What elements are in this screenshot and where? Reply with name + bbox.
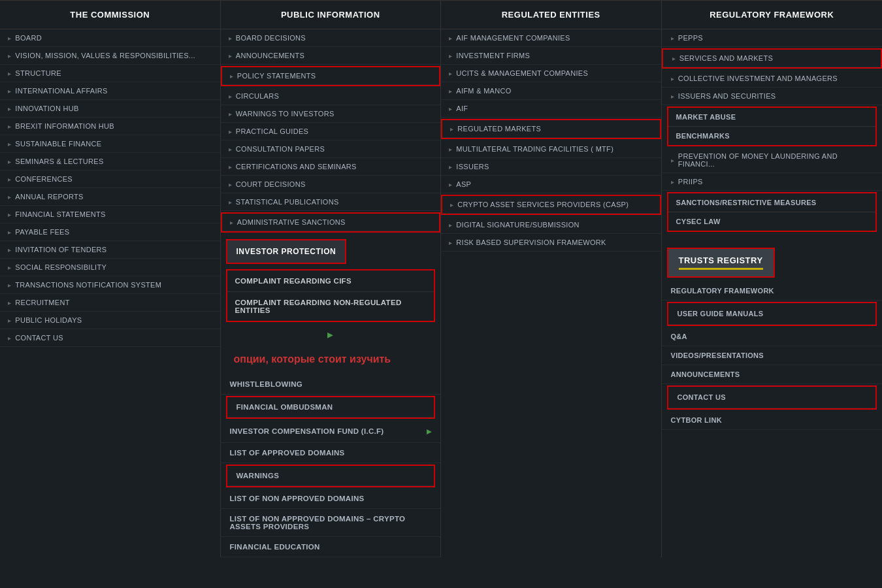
column-regulatory-framework: REGULATORY FRAMEWORK PEPPS SERVICES AND … bbox=[662, 1, 883, 557]
list-non-approved-item[interactable]: LIST OF NON APPROVED DOMAINS bbox=[221, 489, 441, 509]
nav-item-court-decisions[interactable]: COURT DECISIONS bbox=[221, 176, 441, 193]
trusts-registry-button[interactable]: TRUSTS REGISTRY bbox=[668, 249, 774, 276]
warnings-item[interactable]: WARNINGS bbox=[227, 466, 434, 486]
navigation-container: THE COMMISSION BOARD VISION, MISSION, VA… bbox=[0, 0, 882, 557]
nav-item-statistical-publications[interactable]: STATISTICAL PUBLICATIONS bbox=[221, 193, 441, 211]
nav-item-certifications[interactable]: CERTIFICATIONS AND SEMINARS bbox=[221, 158, 441, 176]
nav-item-circulars[interactable]: CIRCULARS bbox=[221, 88, 441, 105]
nav-item-announcements[interactable]: ANNOUNCEMENTS bbox=[221, 47, 441, 65]
column-header-regulated: REGULATED ENTITIES bbox=[441, 1, 661, 29]
commission-items-list: BOARD VISION, MISSION, VALUES & RESPONSI… bbox=[0, 29, 220, 347]
qna-item[interactable]: Q&A bbox=[662, 327, 883, 346]
column-header-commission: THE COMMISSION bbox=[0, 1, 220, 29]
nav-item-cysec-law[interactable]: CYSEC LAW bbox=[668, 212, 876, 231]
complaint-non-regulated-item[interactable]: COMPLAINT REGARDING NON-REGULATED ENTITI… bbox=[227, 292, 434, 321]
nav-item-payable-fees[interactable]: PAYABLE FEES bbox=[0, 223, 220, 241]
trusts-regulatory-framework-item[interactable]: REGULATORY FRAMEWORK bbox=[662, 282, 883, 301]
videos-presentations-item[interactable]: VIDEOS/PRESENTATIONS bbox=[662, 346, 883, 365]
nav-item-international-affairs[interactable]: INTERNATIONAL AFFAIRS bbox=[0, 82, 220, 100]
nav-item-practical-guides[interactable]: PRACTICAL GUIDES bbox=[221, 123, 441, 140]
nav-item-collective-investment[interactable]: COLLECTIVE INVESTMENT AND MANAGERS bbox=[662, 70, 883, 88]
nav-item-policy-statements[interactable]: POLICY STATEMENTS bbox=[222, 67, 440, 85]
financial-education-item[interactable]: FINANCIAL EDUCATION bbox=[221, 537, 441, 557]
nav-item-issuers-securities[interactable]: ISSUERS AND SECURITIES bbox=[662, 88, 883, 105]
nav-item-consultation-papers[interactable]: CONSULTATION PAPERS bbox=[221, 140, 441, 158]
user-guide-manuals-item[interactable]: USER GUIDE MANUALS bbox=[668, 303, 876, 325]
nav-item-board[interactable]: BOARD bbox=[0, 29, 220, 47]
cytbor-link-item[interactable]: CYTBOR LINK bbox=[662, 411, 883, 430]
nav-item-market-abuse[interactable]: MARKET ABUSE bbox=[668, 108, 876, 127]
nav-item-warnings-investors[interactable]: WARNINGS TO INVESTORS bbox=[221, 105, 441, 123]
contact-us-item[interactable]: CONTACT US bbox=[668, 387, 876, 408]
nav-item-risk-supervision[interactable]: RISK BASED SUPERVISION FRAMEWORK bbox=[441, 234, 661, 252]
whistleblowing-item[interactable]: WHISTLEBLOWING bbox=[221, 374, 441, 395]
nav-item-social-responsibility[interactable]: SOCIAL RESPONSIBILITY bbox=[0, 259, 220, 276]
nav-item-contact-us[interactable]: CONTACT US bbox=[0, 329, 220, 347]
nav-item-mtf[interactable]: MULTILATERAL TRADING FACILITIES ( MTF) bbox=[441, 140, 661, 158]
nav-item-digital-signature[interactable]: DIGITAL SIGNATURE/SUBMISSION bbox=[441, 216, 661, 234]
list-approved-domains-item[interactable]: LIST OF APPROVED DOMAINS bbox=[221, 443, 441, 463]
nav-item-public-holidays[interactable]: PUBLIC HOLIDAYS bbox=[0, 312, 220, 329]
nav-item-investment-firms[interactable]: INVESTMENT FIRMS bbox=[441, 47, 661, 65]
nav-item-financial-statements[interactable]: FINANCIAL STATEMENTS bbox=[0, 206, 220, 223]
nav-item-sanctions[interactable]: SANCTIONS/RESTRICTIVE MEASURES bbox=[668, 193, 876, 212]
trusts-registry-label: TRUSTS REGISTRY bbox=[679, 255, 763, 265]
complaint-cifs-item[interactable]: COMPLAINT REGARDING CIFS bbox=[227, 270, 434, 292]
column-header-public-info: PUBLIC INFORMATION bbox=[221, 1, 441, 29]
compensation-arrow-icon: ▸ bbox=[427, 426, 431, 436]
nav-item-priips[interactable]: PRIIPS bbox=[662, 173, 883, 191]
trusts-registry-underline bbox=[679, 268, 763, 270]
nav-item-aif-management[interactable]: AIF MANAGEMENT COMPANIES bbox=[441, 29, 661, 47]
nav-item-conferences[interactable]: CONFERENCES bbox=[0, 171, 220, 188]
nav-item-asp[interactable]: ASP bbox=[441, 176, 661, 193]
announcements-item[interactable]: ANNOUNCEMENTS bbox=[662, 365, 883, 384]
nav-item-prevention-money-laundering[interactable]: PREVENTION OF MONEY LAUNDERING AND FINAN… bbox=[662, 148, 883, 173]
nav-item-aif[interactable]: AIF bbox=[441, 100, 661, 118]
nav-item-annual-reports[interactable]: ANNUAL REPORTS bbox=[0, 188, 220, 206]
nav-item-sustainable-finance[interactable]: SUSTAINABLE FINANCE bbox=[0, 135, 220, 153]
nav-item-seminars[interactable]: SEMINARS & LECTURES bbox=[0, 153, 220, 171]
nav-item-structure[interactable]: STRUCTURE bbox=[0, 65, 220, 82]
nav-item-casp[interactable]: CRYPTO ASSET SERVICES PROVIDERS (CASP) bbox=[442, 196, 660, 214]
column-the-commission: THE COMMISSION BOARD VISION, MISSION, VA… bbox=[0, 1, 221, 557]
list-non-approved-crypto-item[interactable]: LIST OF NON APPROVED DOMAINS – CRYPTO AS… bbox=[221, 509, 441, 537]
nav-item-recruitment[interactable]: RECRUITMENT bbox=[0, 294, 220, 312]
nav-item-issuers[interactable]: ISSUERS bbox=[441, 158, 661, 176]
nav-item-administrative-sanctions[interactable]: ADMINISTRATIVE SANCTIONS bbox=[222, 214, 440, 231]
annotation-text: опции, которые стоит изучить bbox=[221, 347, 441, 372]
nav-item-aifm-manco[interactable]: AIFM & MANCO bbox=[441, 82, 661, 100]
column-public-information: PUBLIC INFORMATION BOARD DECISIONS ANNOU… bbox=[221, 1, 442, 557]
investor-compensation-fund-item[interactable]: INVESTOR COMPENSATION FUND (I.C.F) ▸ bbox=[221, 420, 441, 443]
nav-item-transactions[interactable]: TRANSACTIONS NOTIFICATION SYSTEM bbox=[0, 276, 220, 294]
nav-item-ucits[interactable]: UCITS & MANAGEMENT COMPANIES bbox=[441, 65, 661, 82]
nav-item-pepps[interactable]: PEPPS bbox=[662, 29, 883, 47]
nav-item-benchmarks[interactable]: BENCHMARKS bbox=[668, 127, 876, 145]
nav-item-innovation-hub[interactable]: INNOVATION HUB bbox=[0, 100, 220, 118]
nav-item-board-decisions[interactable]: BOARD DECISIONS bbox=[221, 29, 441, 47]
column-header-regulatory: REGULATORY FRAMEWORK bbox=[662, 1, 883, 29]
nav-item-regulated-markets[interactable]: REGULATED MARKETS bbox=[442, 120, 660, 138]
nav-item-services-markets[interactable]: SERVICES AND MARKETS bbox=[663, 50, 881, 67]
financial-ombudsman-item[interactable]: FINANCIAL OMBUDSMAN bbox=[227, 397, 434, 417]
nav-item-vision[interactable]: VISION, MISSION, VALUES & RESPONSIBILITI… bbox=[0, 47, 220, 65]
investor-protection-label[interactable]: INVESTOR PROTECTION bbox=[227, 240, 346, 263]
column-regulated-entities: REGULATED ENTITIES AIF MANAGEMENT COMPAN… bbox=[441, 1, 662, 557]
nav-item-brexit[interactable]: BREXIT INFORMATION HUB bbox=[0, 118, 220, 135]
nav-item-invitation-tenders[interactable]: INVITATION OF TENDERS bbox=[0, 241, 220, 259]
